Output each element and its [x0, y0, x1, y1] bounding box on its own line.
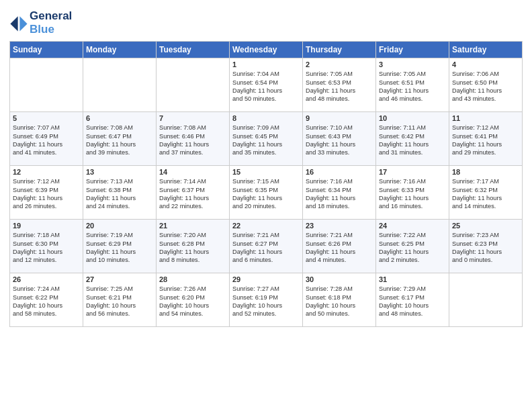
- day-info: Sunrise: 7:10 AM Sunset: 6:43 PM Dayligh…: [306, 124, 373, 157]
- calendar-cell: 20Sunrise: 7:19 AM Sunset: 6:29 PM Dayli…: [83, 220, 157, 273]
- day-info: Sunrise: 7:24 AM Sunset: 6:22 PM Dayligh…: [13, 285, 80, 318]
- day-number: 31: [379, 275, 446, 283]
- calendar-week-row: 26Sunrise: 7:24 AM Sunset: 6:22 PM Dayli…: [10, 273, 523, 327]
- day-number: 25: [452, 222, 519, 230]
- day-number: 4: [452, 60, 519, 68]
- day-info: Sunrise: 7:29 AM Sunset: 6:17 PM Dayligh…: [379, 285, 446, 318]
- day-info: Sunrise: 7:18 AM Sunset: 6:30 PM Dayligh…: [13, 231, 80, 265]
- weekday-header-row: SundayMondayTuesdayWednesdayThursdayFrid…: [10, 42, 523, 58]
- calendar-cell: 3Sunrise: 7:05 AM Sunset: 6:51 PM Daylig…: [376, 58, 449, 112]
- calendar-cell: 15Sunrise: 7:15 AM Sunset: 6:35 PM Dayli…: [230, 166, 303, 220]
- day-info: Sunrise: 7:15 AM Sunset: 6:35 PM Dayligh…: [232, 177, 300, 211]
- day-info: Sunrise: 7:12 AM Sunset: 6:39 PM Dayligh…: [13, 177, 80, 211]
- day-number: 22: [232, 222, 300, 230]
- calendar-week-row: 19Sunrise: 7:18 AM Sunset: 6:30 PM Dayli…: [10, 220, 523, 273]
- day-number: 12: [13, 168, 80, 176]
- calendar-cell: 26Sunrise: 7:24 AM Sunset: 6:22 PM Dayli…: [10, 273, 83, 327]
- day-info: Sunrise: 7:20 AM Sunset: 6:28 PM Dayligh…: [159, 231, 226, 265]
- day-number: 24: [379, 222, 446, 230]
- day-number: 26: [13, 275, 80, 283]
- day-number: 3: [379, 60, 446, 68]
- calendar-cell: 29Sunrise: 7:27 AM Sunset: 6:19 PM Dayli…: [230, 273, 303, 327]
- day-number: 28: [159, 275, 226, 283]
- weekday-header: Sunday: [10, 42, 83, 58]
- calendar-cell: [83, 58, 157, 112]
- day-info: Sunrise: 7:05 AM Sunset: 6:53 PM Dayligh…: [306, 70, 373, 103]
- day-number: 17: [379, 168, 446, 176]
- calendar-cell: 25Sunrise: 7:23 AM Sunset: 6:23 PM Dayli…: [449, 220, 523, 273]
- day-info: Sunrise: 7:16 AM Sunset: 6:34 PM Dayligh…: [306, 177, 373, 211]
- calendar-cell: 8Sunrise: 7:09 AM Sunset: 6:45 PM Daylig…: [230, 112, 303, 166]
- day-number: 30: [306, 275, 373, 283]
- day-number: 20: [86, 222, 153, 230]
- day-number: 7: [159, 114, 226, 122]
- calendar-cell: 31Sunrise: 7:29 AM Sunset: 6:17 PM Dayli…: [376, 273, 449, 327]
- logo: General Blue: [9, 9, 72, 36]
- calendar-cell: 28Sunrise: 7:26 AM Sunset: 6:20 PM Dayli…: [157, 273, 230, 327]
- calendar-cell: 13Sunrise: 7:13 AM Sunset: 6:38 PM Dayli…: [83, 166, 157, 220]
- day-number: 16: [306, 168, 373, 176]
- day-info: Sunrise: 7:19 AM Sunset: 6:29 PM Dayligh…: [86, 231, 153, 265]
- day-info: Sunrise: 7:16 AM Sunset: 6:33 PM Dayligh…: [379, 177, 446, 211]
- calendar-cell: 30Sunrise: 7:28 AM Sunset: 6:18 PM Dayli…: [303, 273, 376, 327]
- day-number: 2: [306, 60, 373, 68]
- logo-text: General Blue: [30, 9, 72, 36]
- calendar-cell: 5Sunrise: 7:07 AM Sunset: 6:49 PM Daylig…: [10, 112, 83, 166]
- day-number: 8: [232, 114, 300, 122]
- day-number: 23: [306, 222, 373, 230]
- calendar-week-row: 1Sunrise: 7:04 AM Sunset: 6:54 PM Daylig…: [10, 58, 523, 112]
- day-info: Sunrise: 7:23 AM Sunset: 6:23 PM Dayligh…: [452, 231, 519, 265]
- day-info: Sunrise: 7:11 AM Sunset: 6:42 PM Dayligh…: [379, 124, 446, 157]
- calendar-cell: 23Sunrise: 7:21 AM Sunset: 6:26 PM Dayli…: [303, 220, 376, 273]
- calendar-cell: 1Sunrise: 7:04 AM Sunset: 6:54 PM Daylig…: [230, 58, 303, 112]
- calendar-cell: 19Sunrise: 7:18 AM Sunset: 6:30 PM Dayli…: [10, 220, 83, 273]
- day-number: 21: [159, 222, 226, 230]
- calendar-cell: 9Sunrise: 7:10 AM Sunset: 6:43 PM Daylig…: [303, 112, 376, 166]
- calendar-week-row: 12Sunrise: 7:12 AM Sunset: 6:39 PM Dayli…: [10, 166, 523, 220]
- day-number: 14: [159, 168, 226, 176]
- day-info: Sunrise: 7:04 AM Sunset: 6:54 PM Dayligh…: [232, 70, 300, 103]
- day-number: 13: [86, 168, 153, 176]
- calendar-cell: 12Sunrise: 7:12 AM Sunset: 6:39 PM Dayli…: [10, 166, 83, 220]
- calendar-cell: 24Sunrise: 7:22 AM Sunset: 6:25 PM Dayli…: [376, 220, 449, 273]
- day-info: Sunrise: 7:17 AM Sunset: 6:32 PM Dayligh…: [452, 177, 519, 211]
- day-number: 29: [232, 275, 300, 283]
- weekday-header: Thursday: [303, 42, 376, 58]
- svg-marker-0: [19, 16, 27, 31]
- day-info: Sunrise: 7:21 AM Sunset: 6:26 PM Dayligh…: [306, 231, 373, 265]
- day-info: Sunrise: 7:12 AM Sunset: 6:41 PM Dayligh…: [452, 124, 519, 157]
- day-info: Sunrise: 7:07 AM Sunset: 6:49 PM Dayligh…: [13, 124, 80, 157]
- day-info: Sunrise: 7:27 AM Sunset: 6:19 PM Dayligh…: [232, 285, 300, 318]
- day-info: Sunrise: 7:09 AM Sunset: 6:45 PM Dayligh…: [232, 124, 300, 157]
- day-info: Sunrise: 7:28 AM Sunset: 6:18 PM Dayligh…: [306, 285, 373, 318]
- calendar-cell: [449, 273, 523, 327]
- calendar-cell: 27Sunrise: 7:25 AM Sunset: 6:21 PM Dayli…: [83, 273, 157, 327]
- page-header: General Blue: [9, 7, 523, 36]
- page-container: General Blue SundayMondayTuesdayWednesda…: [0, 0, 532, 334]
- day-number: 27: [86, 275, 153, 283]
- day-info: Sunrise: 7:14 AM Sunset: 6:37 PM Dayligh…: [159, 177, 226, 211]
- calendar-cell: 17Sunrise: 7:16 AM Sunset: 6:33 PM Dayli…: [376, 166, 449, 220]
- day-number: 15: [232, 168, 300, 176]
- calendar-cell: 2Sunrise: 7:05 AM Sunset: 6:53 PM Daylig…: [303, 58, 376, 112]
- weekday-header: Friday: [376, 42, 449, 58]
- day-info: Sunrise: 7:08 AM Sunset: 6:46 PM Dayligh…: [159, 124, 226, 157]
- day-number: 19: [13, 222, 80, 230]
- calendar-week-row: 5Sunrise: 7:07 AM Sunset: 6:49 PM Daylig…: [10, 112, 523, 166]
- calendar-cell: [10, 58, 83, 112]
- day-info: Sunrise: 7:06 AM Sunset: 6:50 PM Dayligh…: [452, 70, 519, 103]
- calendar-cell: 21Sunrise: 7:20 AM Sunset: 6:28 PM Dayli…: [157, 220, 230, 273]
- weekday-header: Saturday: [449, 42, 523, 58]
- calendar-cell: 16Sunrise: 7:16 AM Sunset: 6:34 PM Dayli…: [303, 166, 376, 220]
- svg-marker-1: [10, 16, 17, 31]
- day-info: Sunrise: 7:26 AM Sunset: 6:20 PM Dayligh…: [159, 285, 226, 318]
- day-info: Sunrise: 7:25 AM Sunset: 6:21 PM Dayligh…: [86, 285, 153, 318]
- day-info: Sunrise: 7:21 AM Sunset: 6:27 PM Dayligh…: [232, 231, 300, 265]
- calendar-cell: 11Sunrise: 7:12 AM Sunset: 6:41 PM Dayli…: [449, 112, 523, 166]
- day-number: 5: [13, 114, 80, 122]
- day-info: Sunrise: 7:08 AM Sunset: 6:47 PM Dayligh…: [86, 124, 153, 157]
- weekday-header: Monday: [83, 42, 157, 58]
- day-number: 9: [306, 114, 373, 122]
- calendar-cell: 7Sunrise: 7:08 AM Sunset: 6:46 PM Daylig…: [157, 112, 230, 166]
- day-number: 11: [452, 114, 519, 122]
